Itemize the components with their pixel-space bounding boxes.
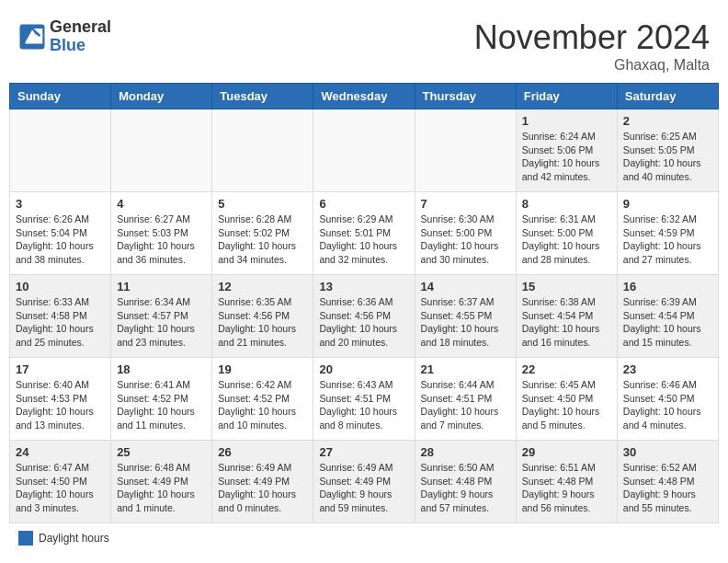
day-info: Sunrise: 6:49 AM Sunset: 4:49 PM Dayligh…: [319, 461, 408, 515]
day-number: 9: [623, 197, 712, 211]
day-info: Sunrise: 6:36 AM Sunset: 4:56 PM Dayligh…: [319, 295, 408, 350]
day-info: Sunrise: 6:24 AM Sunset: 5:06 PM Dayligh…: [522, 130, 611, 184]
col-header-wednesday: Wednesday: [313, 84, 415, 109]
calendar-cell: 10Sunrise: 6:33 AM Sunset: 4:58 PM Dayli…: [10, 275, 111, 358]
calendar-cell: 22Sunrise: 6:45 AM Sunset: 4:50 PM Dayli…: [516, 358, 617, 441]
calendar-cell: 23Sunrise: 6:46 AM Sunset: 4:50 PM Dayli…: [617, 358, 718, 441]
col-header-sunday: Sunday: [10, 84, 111, 109]
day-info: Sunrise: 6:51 AM Sunset: 4:48 PM Dayligh…: [522, 461, 611, 515]
calendar-cell: 11Sunrise: 6:34 AM Sunset: 4:57 PM Dayli…: [111, 275, 212, 358]
calendar-header-row: SundayMondayTuesdayWednesdayThursdayFrid…: [10, 84, 719, 109]
day-number: 24: [16, 445, 105, 459]
col-header-tuesday: Tuesday: [212, 84, 313, 109]
calendar-cell: 14Sunrise: 6:37 AM Sunset: 4:55 PM Dayli…: [415, 275, 516, 358]
day-info: Sunrise: 6:30 AM Sunset: 5:00 PM Dayligh…: [421, 213, 510, 267]
calendar-week-row: 1Sunrise: 6:24 AM Sunset: 5:06 PM Daylig…: [10, 109, 719, 192]
day-number: 26: [218, 445, 307, 459]
day-info: Sunrise: 6:34 AM Sunset: 4:57 PM Dayligh…: [117, 295, 206, 350]
calendar-cell: 1Sunrise: 6:24 AM Sunset: 5:06 PM Daylig…: [516, 109, 617, 192]
day-number: 2: [623, 114, 712, 128]
day-number: 11: [117, 280, 206, 293]
day-number: 25: [117, 445, 206, 459]
calendar-cell: 16Sunrise: 6:39 AM Sunset: 4:54 PM Dayli…: [617, 275, 718, 358]
calendar-cell: 5Sunrise: 6:28 AM Sunset: 5:02 PM Daylig…: [212, 192, 313, 275]
calendar-cell: 20Sunrise: 6:43 AM Sunset: 4:51 PM Dayli…: [313, 358, 415, 441]
calendar-cell: [415, 109, 516, 192]
calendar-cell: 21Sunrise: 6:44 AM Sunset: 4:51 PM Dayli…: [415, 358, 516, 441]
day-number: 22: [522, 362, 611, 376]
day-number: 16: [623, 280, 712, 293]
day-info: Sunrise: 6:33 AM Sunset: 4:58 PM Dayligh…: [16, 295, 105, 350]
day-number: 14: [421, 280, 510, 293]
calendar-cell: 9Sunrise: 6:32 AM Sunset: 4:59 PM Daylig…: [617, 192, 718, 275]
month-title: November 2024: [474, 18, 710, 57]
day-info: Sunrise: 6:26 AM Sunset: 5:04 PM Dayligh…: [16, 213, 105, 267]
day-number: 19: [218, 362, 307, 376]
calendar-table: SundayMondayTuesdayWednesdayThursdayFrid…: [9, 83, 719, 523]
day-number: 23: [623, 362, 712, 376]
calendar-cell: 30Sunrise: 6:52 AM Sunset: 4:48 PM Dayli…: [617, 441, 718, 523]
day-number: 27: [319, 445, 408, 459]
col-header-thursday: Thursday: [415, 84, 516, 109]
logo-icon: [18, 23, 46, 51]
legend-label: Daylight hours: [39, 532, 109, 545]
calendar-cell: 4Sunrise: 6:27 AM Sunset: 5:03 PM Daylig…: [111, 192, 212, 275]
calendar-cell: 28Sunrise: 6:50 AM Sunset: 4:48 PM Dayli…: [415, 441, 516, 523]
day-info: Sunrise: 6:47 AM Sunset: 4:50 PM Dayligh…: [16, 461, 105, 515]
day-info: Sunrise: 6:52 AM Sunset: 4:48 PM Dayligh…: [623, 461, 712, 515]
calendar-cell: 12Sunrise: 6:35 AM Sunset: 4:56 PM Dayli…: [212, 275, 313, 358]
day-info: Sunrise: 6:35 AM Sunset: 4:56 PM Dayligh…: [218, 295, 307, 350]
logo-blue-text: Blue: [50, 37, 111, 55]
day-number: 15: [522, 280, 611, 293]
day-number: 6: [319, 197, 408, 211]
col-header-friday: Friday: [516, 84, 617, 109]
calendar-cell: [111, 109, 212, 192]
calendar-week-row: 24Sunrise: 6:47 AM Sunset: 4:50 PM Dayli…: [10, 441, 719, 523]
calendar-cell: 27Sunrise: 6:49 AM Sunset: 4:49 PM Dayli…: [313, 441, 415, 523]
calendar-cell: 3Sunrise: 6:26 AM Sunset: 5:04 PM Daylig…: [10, 192, 111, 275]
day-number: 17: [16, 362, 105, 376]
day-number: 1: [522, 114, 611, 128]
calendar-cell: [313, 109, 415, 192]
calendar-week-row: 3Sunrise: 6:26 AM Sunset: 5:04 PM Daylig…: [10, 192, 719, 275]
calendar-cell: 13Sunrise: 6:36 AM Sunset: 4:56 PM Dayli…: [313, 275, 415, 358]
location: Ghaxaq, Malta: [474, 57, 710, 74]
col-header-saturday: Saturday: [617, 84, 718, 109]
day-number: 20: [319, 362, 408, 376]
day-info: Sunrise: 6:44 AM Sunset: 4:51 PM Dayligh…: [421, 378, 510, 432]
day-number: 4: [117, 197, 206, 211]
calendar-cell: 29Sunrise: 6:51 AM Sunset: 4:48 PM Dayli…: [516, 441, 617, 523]
day-number: 3: [16, 197, 105, 211]
legend-box: [18, 531, 33, 546]
day-info: Sunrise: 6:25 AM Sunset: 5:05 PM Dayligh…: [623, 130, 712, 184]
logo-general-text: General: [50, 18, 111, 37]
day-number: 29: [522, 445, 611, 459]
calendar-cell: [10, 109, 111, 192]
calendar-cell: 7Sunrise: 6:30 AM Sunset: 5:00 PM Daylig…: [415, 192, 516, 275]
day-number: 13: [319, 280, 408, 293]
day-number: 5: [218, 197, 307, 211]
calendar-cell: 25Sunrise: 6:48 AM Sunset: 4:49 PM Dayli…: [111, 441, 212, 523]
calendar-cell: 6Sunrise: 6:29 AM Sunset: 5:01 PM Daylig…: [313, 192, 415, 275]
logo: General Blue: [18, 18, 111, 55]
day-info: Sunrise: 6:27 AM Sunset: 5:03 PM Dayligh…: [117, 213, 206, 267]
day-info: Sunrise: 6:48 AM Sunset: 4:49 PM Dayligh…: [117, 461, 206, 515]
calendar-cell: 17Sunrise: 6:40 AM Sunset: 4:53 PM Dayli…: [10, 358, 111, 441]
legend: Daylight hours: [9, 531, 719, 546]
day-info: Sunrise: 6:37 AM Sunset: 4:55 PM Dayligh…: [421, 295, 510, 350]
calendar-week-row: 10Sunrise: 6:33 AM Sunset: 4:58 PM Dayli…: [10, 275, 719, 358]
day-info: Sunrise: 6:40 AM Sunset: 4:53 PM Dayligh…: [16, 378, 105, 432]
page-header: General Blue November 2024 Ghaxaq, Malta: [9, 9, 719, 78]
day-number: 18: [117, 362, 206, 376]
day-number: 30: [623, 445, 712, 459]
day-info: Sunrise: 6:41 AM Sunset: 4:52 PM Dayligh…: [117, 378, 206, 432]
day-number: 28: [421, 445, 510, 459]
day-info: Sunrise: 6:39 AM Sunset: 4:54 PM Dayligh…: [623, 295, 712, 350]
day-info: Sunrise: 6:46 AM Sunset: 4:50 PM Dayligh…: [623, 378, 712, 432]
col-header-monday: Monday: [111, 84, 212, 109]
day-info: Sunrise: 6:32 AM Sunset: 4:59 PM Dayligh…: [623, 213, 712, 267]
day-info: Sunrise: 6:31 AM Sunset: 5:00 PM Dayligh…: [522, 213, 611, 267]
calendar-cell: 24Sunrise: 6:47 AM Sunset: 4:50 PM Dayli…: [10, 441, 111, 523]
day-number: 12: [218, 280, 307, 293]
day-info: Sunrise: 6:29 AM Sunset: 5:01 PM Dayligh…: [319, 213, 408, 267]
